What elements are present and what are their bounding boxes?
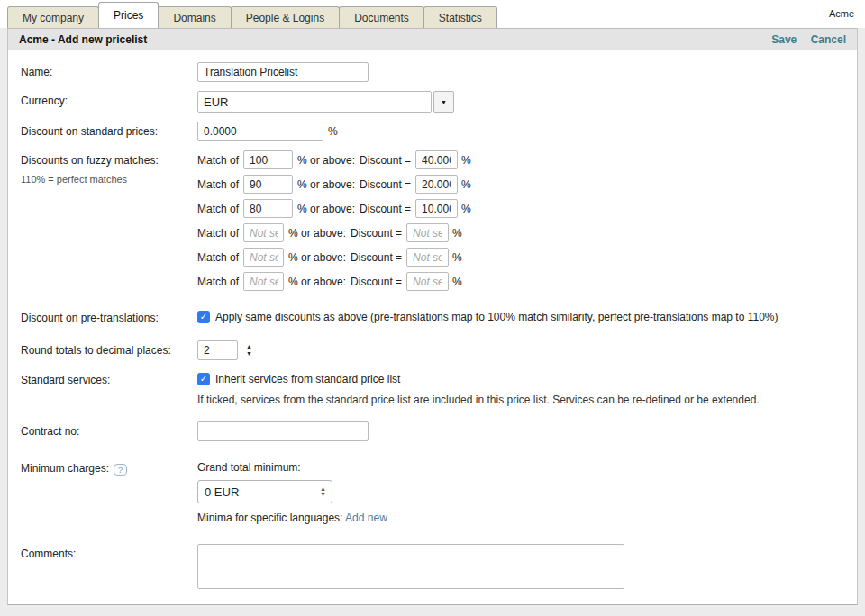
discount-equals-text: Discount =	[351, 251, 402, 264]
fuzzy-match-input[interactable]	[243, 223, 284, 242]
cancel-button[interactable]: Cancel	[811, 33, 846, 46]
round-totals-input[interactable]	[197, 340, 238, 360]
grand-total-minimum-spinner[interactable]: 0 EUR ▲ ▼	[197, 480, 332, 503]
round-totals-stepper: ▲ ▼	[244, 343, 254, 358]
pretranslations-checkbox[interactable]: ✓	[197, 311, 210, 323]
spinner-down-icon[interactable]: ▼	[244, 350, 254, 358]
discount-equals-text: Discount =	[351, 276, 402, 288]
name-input[interactable]	[197, 62, 369, 82]
contract-input[interactable]	[197, 421, 369, 441]
save-button[interactable]: Save	[771, 33, 797, 46]
fuzzy-row: Match of % or above: Discount = %	[197, 199, 471, 218]
round-totals-label: Round totals to decimal places:	[21, 340, 197, 360]
fuzzy-note: 110% = perfect matches	[21, 174, 197, 185]
or-above-text: % or above:	[288, 251, 346, 264]
discount-equals-text: Discount =	[360, 203, 411, 215]
pricelist-form: Name: Currency: EUR ▼ Discount on standa…	[8, 50, 857, 605]
match-of-text: Match of	[197, 251, 239, 264]
fuzzy-discount-input[interactable]	[415, 150, 458, 169]
fuzzy-discount-input[interactable]	[415, 175, 458, 194]
languages-prices-text: Languages and prices can be defined afte…	[197, 603, 490, 605]
percent-suffix: %	[452, 276, 462, 288]
fuzzy-label: Discounts on fuzzy matches:	[21, 154, 197, 167]
pretranslations-checkbox-label: Apply same discounts as above (pre-trans…	[215, 311, 778, 323]
comments-label: Comments:	[21, 544, 197, 589]
fuzzy-match-input[interactable]	[243, 199, 293, 218]
fuzzy-match-input[interactable]	[243, 248, 284, 267]
fuzzy-row: Match of % or above: Discount = %	[197, 272, 471, 291]
tab-my-company[interactable]: My company	[7, 6, 99, 28]
account-name: Acme	[829, 8, 854, 19]
fuzzy-row: Match of % or above: Discount = %	[197, 223, 471, 242]
discount-standard-input[interactable]	[197, 122, 323, 141]
percent-suffix: %	[461, 203, 471, 215]
check-icon: ✓	[200, 374, 207, 384]
currency-value[interactable]: EUR	[197, 91, 432, 113]
percent-suffix: %	[452, 227, 462, 240]
or-above-text: % or above:	[297, 154, 355, 167]
currency-select[interactable]: EUR ▼	[197, 91, 454, 113]
percent-suffix: %	[461, 178, 471, 191]
percent-suffix: %	[461, 154, 471, 167]
help-icon[interactable]: ?	[114, 464, 127, 476]
or-above-text: % or above:	[297, 178, 355, 191]
fuzzy-discount-input[interactable]	[406, 272, 449, 291]
add-new-link[interactable]: Add new	[345, 512, 387, 524]
match-of-text: Match of	[197, 154, 239, 167]
currency-dropdown-button[interactable]: ▼	[433, 91, 454, 113]
match-of-text: Match of	[197, 276, 239, 288]
grand-total-minimum-label: Grand total minimum:	[197, 461, 387, 474]
content-panel: Acme - Add new pricelist Save Cancel Nam…	[7, 28, 858, 605]
fuzzy-row: Match of % or above: Discount = %	[197, 248, 471, 267]
fuzzy-match-input[interactable]	[243, 272, 284, 291]
match-of-text: Match of	[197, 178, 239, 191]
inherit-services-checkbox[interactable]: ✓	[197, 373, 210, 385]
discount-equals-text: Discount =	[351, 227, 402, 240]
fuzzy-discount-input[interactable]	[406, 248, 449, 267]
top-tab-bar: My company Prices Domains People & Login…	[0, 0, 865, 28]
tab-people-logins[interactable]: People & Logins	[231, 6, 340, 28]
name-label: Name:	[21, 62, 197, 82]
panel-header: Acme - Add new pricelist Save Cancel	[8, 28, 857, 50]
grand-total-minimum-value: 0 EUR	[198, 485, 320, 499]
spinner-up-icon[interactable]: ▲	[244, 343, 254, 350]
fuzzy-match-input[interactable]	[243, 150, 293, 169]
minima-text: Minima for specific languages:	[197, 512, 342, 524]
percent-suffix: %	[452, 251, 462, 264]
fuzzy-row: Match of % or above: Discount = %	[197, 150, 471, 169]
discount-equals-text: Discount =	[360, 154, 411, 167]
chevron-down-icon: ▼	[441, 99, 447, 105]
discount-equals-text: Discount =	[360, 178, 411, 191]
or-above-text: % or above:	[297, 203, 355, 215]
discount-standard-label: Discount on standard prices:	[21, 122, 197, 141]
match-of-text: Match of	[197, 227, 239, 240]
page-title: Acme - Add new pricelist	[19, 33, 147, 46]
tab-documents[interactable]: Documents	[339, 6, 424, 28]
comments-textarea[interactable]	[197, 544, 624, 589]
fuzzy-row: Match of % or above: Discount = %	[197, 175, 471, 194]
match-of-text: Match of	[197, 203, 239, 215]
standard-services-helper: If ticked, services from the standard pr…	[197, 394, 760, 406]
check-icon: ✓	[200, 312, 207, 322]
currency-label: Currency:	[21, 91, 197, 113]
languages-prices-label: Languages & prices:	[21, 603, 197, 605]
standard-services-label: Standard services:	[21, 373, 197, 406]
tab-strip: My company Prices Domains People & Login…	[7, 2, 496, 28]
pretranslations-label: Discount on pre-translations:	[21, 311, 197, 324]
tab-domains[interactable]: Domains	[158, 6, 231, 28]
fuzzy-match-input[interactable]	[243, 175, 293, 194]
fuzzy-discount-input[interactable]	[406, 223, 449, 242]
tab-statistics[interactable]: Statistics	[423, 6, 497, 28]
minimum-charges-label: Minimum charges:	[21, 462, 109, 475]
or-above-text: % or above:	[288, 227, 346, 240]
percent-suffix: %	[328, 125, 338, 138]
fuzzy-discount-input[interactable]	[415, 199, 458, 218]
inherit-services-checkbox-label: Inherit services from standard price lis…	[215, 373, 400, 385]
spinner-down-icon[interactable]: ▼	[320, 492, 326, 497]
tab-prices[interactable]: Prices	[98, 2, 159, 28]
contract-label: Contract no:	[21, 421, 197, 441]
or-above-text: % or above:	[288, 276, 346, 288]
